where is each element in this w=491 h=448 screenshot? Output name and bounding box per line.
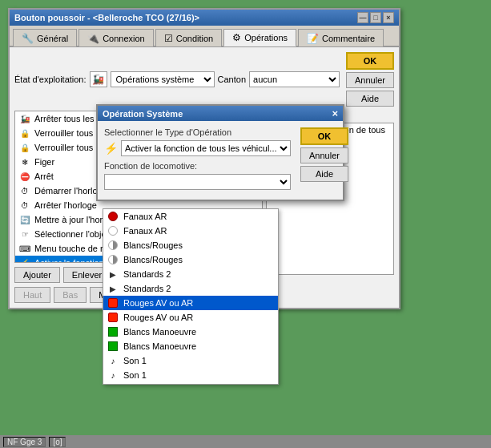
dialog-annuler-button[interactable]: Annuler (300, 147, 348, 163)
fonction-select[interactable] (104, 174, 291, 190)
dialog-ok-button[interactable]: OK (300, 127, 348, 145)
dropdown-item[interactable]: Blancs Manoeuvre (103, 325, 278, 339)
fonction-label: Fonction de locomotive: (104, 161, 291, 171)
triangle-icon-2: ▶ (107, 283, 119, 294)
dropdown-item[interactable]: ♪ Son 1 (103, 368, 278, 382)
fonction-row: Fonction de locomotive: (104, 161, 291, 190)
triangle-icon: ▶ (107, 268, 119, 280)
dropdown-item[interactable]: ▶ Standards 2 (103, 281, 278, 296)
dialog-overlay: Opération Système × Selectionner le Type… (0, 0, 491, 448)
dialog-title-text: Opération Système (103, 109, 183, 119)
dialog-close-button[interactable]: × (332, 108, 338, 119)
son-icon: ♪ (107, 355, 119, 366)
dialog-right-buttons: OK Annuler Aide (300, 127, 348, 182)
type-select-row: ⚡ Activer la fonction de tous les véhicu… (104, 140, 291, 156)
half-circle-icon (107, 240, 119, 251)
dropdown-item[interactable]: Blancs Manoeuvre (103, 339, 278, 353)
red-light-icon (107, 297, 119, 309)
dialog-aide-button[interactable]: Aide (300, 166, 348, 182)
dropdown-item[interactable]: Blancs/Rouges (103, 238, 278, 252)
dropdown-item[interactable]: Blancs/Rouges (103, 252, 278, 267)
son2-icon: ♫ (107, 384, 119, 385)
son-icon-2: ♪ (107, 369, 119, 381)
type-icon: ⚡ (104, 142, 118, 155)
manoeuvre-icon (107, 326, 119, 337)
operation-system-dialog: Opération Système × Selectionner le Type… (96, 104, 344, 201)
dropdown-item[interactable]: Fanaux AR (103, 209, 278, 224)
dropdown-list[interactable]: Fanaux AR Fanaux AR Blancs/Rouges Blancs… (103, 208, 279, 385)
dropdown-item-label: Blancs Manoeuvre (123, 327, 196, 337)
dropdown-item-label: Son 1 (123, 356, 147, 365)
dropdown-item-label: Standards 2 (123, 284, 171, 293)
dialog-title-bar: Opération Système × (98, 106, 343, 121)
type-label: Selectionner le Type d'Opération (104, 127, 291, 137)
white-circle-icon (107, 225, 119, 236)
dropdown-item-label: Fanaux AR (123, 226, 167, 236)
dropdown-item[interactable]: ♫ Son 2 (103, 382, 278, 385)
dialog-content: Selectionner le Type d'Opération ⚡ Activ… (98, 121, 343, 200)
dropdown-item[interactable]: Fanaux AR (103, 224, 278, 238)
red-light-icon-2 (107, 312, 119, 323)
dropdown-item-label: Fanaux AR (123, 212, 167, 221)
dropdown-item-label: Standards 2 (123, 269, 171, 279)
dropdown-item-label: Blancs/Rouges (123, 255, 183, 264)
dropdown-item-label: Blancs/Rouges (123, 240, 183, 250)
half-circle-icon-2 (107, 254, 119, 265)
manoeuvre-icon-2 (107, 341, 119, 352)
dropdown-item-label: Rouges AV ou AR (123, 313, 193, 322)
dropdown-item[interactable]: ▶ Standards 2 (103, 267, 278, 281)
dropdown-item-selected[interactable]: Rouges AV ou AR (103, 296, 278, 310)
dropdown-item-label: Blancs Manoeuvre (123, 341, 196, 351)
red-circle-icon (107, 211, 119, 222)
dropdown-item-label: Rouges AV ou AR (123, 298, 193, 308)
dropdown-item-label: Son 1 (123, 370, 147, 380)
type-select[interactable]: Activer la fonction de tous les véhicul.… (121, 140, 291, 156)
dropdown-item[interactable]: Rouges AV ou AR (103, 310, 278, 325)
dropdown-item[interactable]: ♪ Son 1 (103, 353, 278, 368)
